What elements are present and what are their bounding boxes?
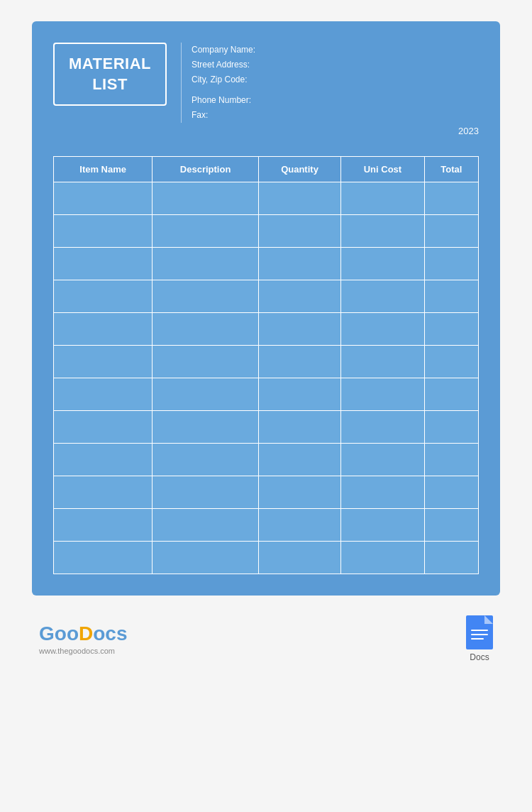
table-cell [153,313,259,346]
table-cell [341,411,425,444]
document-header: MATERIALLIST Company Name: Street Addres… [53,43,479,136]
svg-rect-3 [471,634,488,635]
table-cell [258,509,340,542]
brand-name-text: Goo D ocs [39,622,127,645]
company-info: Company Name: Street Address: City, Zip … [181,43,479,123]
street-address-label: Street Address: [192,57,479,72]
brand-d-orange: D [79,622,93,645]
table-cell [341,378,425,411]
col-description: Description [153,157,259,182]
svg-rect-4 [471,638,484,640]
table-cell [424,346,478,378]
table-cell [153,411,259,444]
table-cell [258,248,340,280]
table-cell [258,411,340,444]
table-cell [153,509,259,542]
table-wrapper: Item Name Description Quantity Uni Cost … [53,156,479,574]
table-cell [424,444,478,476]
table-cell [153,215,259,248]
brand-logo: Goo D ocs www.thegoodocs.com [39,622,127,655]
table-cell [424,542,478,574]
table-row [54,346,479,378]
table-cell [341,182,425,215]
table-cell [424,476,478,509]
table-cell [258,378,340,411]
table-cell [258,182,340,215]
table-cell [54,509,153,542]
table-row [54,444,479,476]
table-cell [54,346,153,378]
docs-icon-group: Docs [466,615,493,662]
table-cell [258,444,340,476]
document: MATERIALLIST Company Name: Street Addres… [32,21,500,596]
brand-ocs: ocs [93,622,127,645]
table-cell [341,248,425,280]
year-label: 2023 [458,126,479,136]
table-cell [153,476,259,509]
table-row [54,542,479,574]
document-title: MATERIALLIST [69,54,151,94]
table-cell [153,542,259,574]
table-row [54,476,479,509]
svg-rect-2 [471,630,488,631]
table-cell [54,248,153,280]
page-wrapper: MATERIALLIST Company Name: Street Addres… [0,0,532,812]
table-cell [424,248,478,280]
docs-icon-svg [466,615,493,649]
table-cell [258,280,340,313]
col-uni-cost: Uni Cost [341,157,425,182]
table-cell [153,280,259,313]
table-cell [424,182,478,215]
fax-label: Fax: [192,108,479,123]
table-cell [258,476,340,509]
table-cell [54,444,153,476]
docs-label: Docs [470,652,489,662]
table-cell [258,542,340,574]
title-box: MATERIALLIST [53,43,167,106]
table-cell [54,280,153,313]
table-cell [54,476,153,509]
brand-goo: Goo [39,622,79,645]
table-row [54,182,479,215]
table-cell [424,215,478,248]
table-cell [54,542,153,574]
table-cell [153,444,259,476]
table-cell [54,378,153,411]
table-cell [341,280,425,313]
table-cell [341,542,425,574]
table-cell [153,346,259,378]
table-cell [153,248,259,280]
table-cell [341,509,425,542]
table-cell [54,313,153,346]
table-cell [341,215,425,248]
table-cell [153,182,259,215]
table-cell [258,215,340,248]
table-row [54,509,479,542]
table-cell [341,444,425,476]
table-cell [54,215,153,248]
table-row [54,248,479,280]
col-total: Total [424,157,478,182]
material-table: Item Name Description Quantity Uni Cost … [53,156,479,574]
year-row: 2023 [181,126,479,136]
header-right: Company Name: Street Address: City, Zip … [181,43,479,136]
table-row [54,411,479,444]
table-cell [341,346,425,378]
table-cell [258,313,340,346]
table-row [54,378,479,411]
page-footer: Goo D ocs www.thegoodocs.com Docs [32,615,500,662]
table-cell [153,378,259,411]
table-cell [258,346,340,378]
col-item-name: Item Name [54,157,153,182]
col-quantity: Quantity [258,157,340,182]
table-cell [54,182,153,215]
brand-url: www.thegoodocs.com [39,647,115,655]
table-cell [341,313,425,346]
table-row [54,313,479,346]
company-name-label: Company Name: [192,43,479,57]
phone-label: Phone Number: [192,93,479,108]
table-cell [424,313,478,346]
table-row [54,280,479,313]
table-row [54,215,479,248]
city-label: City, Zip Code: [192,72,479,87]
